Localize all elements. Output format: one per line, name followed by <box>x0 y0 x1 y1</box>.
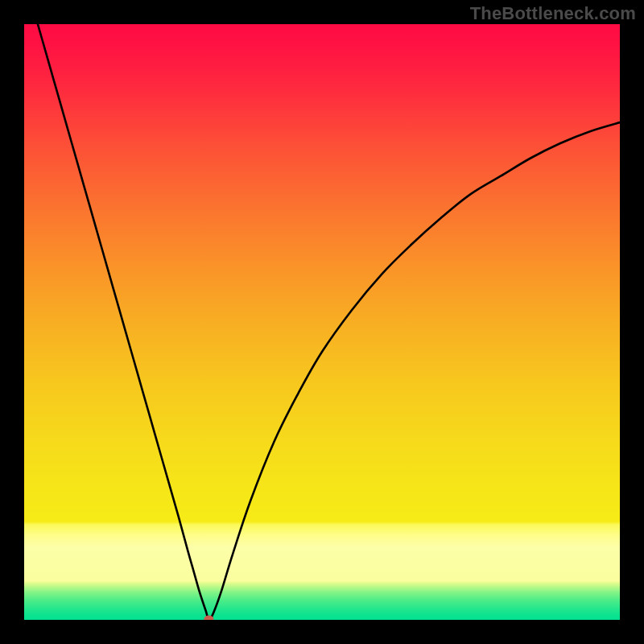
plot-area <box>24 24 620 620</box>
chart-frame: TheBottleneck.com <box>0 0 644 644</box>
gradient-background <box>24 24 620 620</box>
watermark-text: TheBottleneck.com <box>470 3 636 24</box>
chart-svg <box>24 24 620 620</box>
